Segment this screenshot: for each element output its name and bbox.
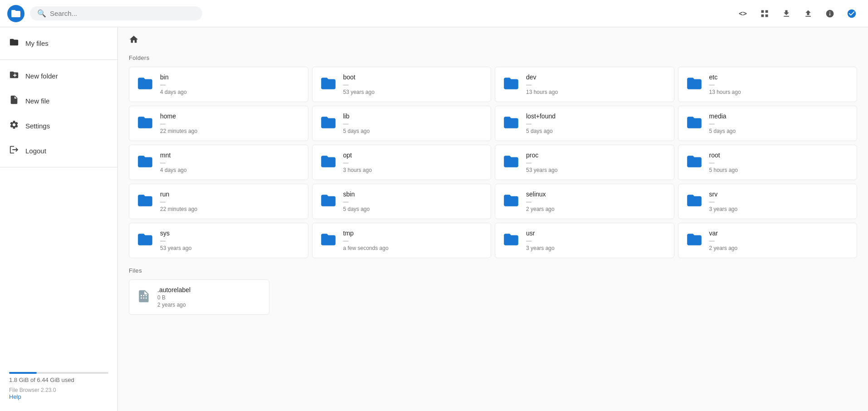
folder-card[interactable]: selinux — 2 years ago (495, 184, 674, 219)
folder-time: 5 hours ago (709, 167, 738, 173)
file-icon (137, 289, 151, 305)
folder-card[interactable]: var — 2 years ago (678, 223, 858, 258)
folder-card[interactable]: proc — 53 years ago (495, 145, 674, 180)
folder-info: sys — 53 years ago (160, 230, 191, 251)
folder-dash: — (709, 121, 736, 127)
folder-dash: — (343, 160, 372, 166)
folder-name: sys (160, 230, 191, 237)
folder-card[interactable]: lost+found — 5 days ago (495, 106, 674, 141)
folder-icon (137, 231, 154, 250)
folder-name: etc (709, 73, 741, 81)
folder-card[interactable]: mnt — 4 days ago (129, 145, 308, 180)
code-view-button[interactable]: <> (734, 5, 752, 23)
sidebar-item-logout[interactable]: Logout (0, 138, 117, 163)
main-layout: My files New folder New file (0, 27, 868, 411)
folder-card[interactable]: sys — 53 years ago (129, 223, 308, 258)
folder-name: srv (709, 191, 738, 198)
folder-time: 4 days ago (160, 167, 187, 173)
upload-button[interactable] (799, 5, 817, 23)
folder-icon (9, 37, 19, 49)
sidebar-item-settings[interactable]: Settings (0, 113, 117, 138)
file-name: .autorelabel (157, 286, 190, 294)
folder-card[interactable]: bin — 4 days ago (129, 67, 308, 102)
search-input[interactable] (50, 10, 195, 17)
folder-card[interactable]: dev — 13 hours ago (495, 67, 674, 102)
folder-dash: — (343, 238, 389, 244)
storage-bar-fill (9, 372, 37, 374)
folder-name: proc (526, 152, 557, 159)
folder-card[interactable]: lib — 5 days ago (312, 106, 492, 141)
folder-card[interactable]: run — 22 minutes ago (129, 184, 308, 219)
home-icon[interactable] (129, 34, 139, 47)
folder-name: var (709, 230, 738, 237)
folder-icon (502, 192, 520, 211)
search-bar: 🔍 (30, 6, 202, 20)
folder-name: usr (526, 230, 555, 237)
folder-name: home (160, 113, 197, 120)
folder-icon (502, 114, 520, 133)
folder-card[interactable]: opt — 3 hours ago (312, 145, 492, 180)
file-card[interactable]: .autorelabel 0 B 2 years ago (129, 279, 269, 315)
folder-dash: — (709, 238, 738, 244)
folder-dash: — (160, 82, 187, 88)
folder-time: a few seconds ago (343, 245, 389, 251)
folder-name: lib (343, 113, 370, 120)
folder-card[interactable]: root — 5 hours ago (678, 145, 858, 180)
folder-dash: — (709, 199, 738, 205)
folder-icon (686, 114, 703, 133)
folder-card[interactable]: home — 22 minutes ago (129, 106, 308, 141)
info-button[interactable] (821, 5, 839, 23)
folder-icon (502, 75, 520, 94)
folder-icon (320, 114, 337, 133)
file-size: 0 B (157, 294, 190, 301)
folder-icon (320, 192, 337, 211)
settings-icon (9, 120, 19, 132)
folder-info: lib — 5 days ago (343, 113, 370, 134)
content-area: Folders bin — 4 days ago boot (118, 27, 868, 411)
folder-icon (137, 153, 154, 172)
folder-card[interactable]: usr — 3 years ago (495, 223, 674, 258)
folder-card[interactable]: tmp — a few seconds ago (312, 223, 492, 258)
sidebar-item-label: Settings (25, 122, 50, 130)
folder-dash: — (709, 160, 738, 166)
grid-view-button[interactable] (756, 5, 774, 23)
folder-icon (320, 75, 337, 94)
folder-info: srv — 3 years ago (709, 191, 738, 212)
folder-icon (320, 153, 337, 172)
sidebar-item-new-file[interactable]: New file (0, 88, 117, 113)
search-icon: 🔍 (37, 9, 46, 18)
folder-card[interactable]: etc — 13 hours ago (678, 67, 858, 102)
folder-icon (686, 75, 703, 94)
topbar: 🔍 <> (0, 0, 868, 27)
folder-time: 22 minutes ago (160, 206, 197, 212)
folder-info: tmp — a few seconds ago (343, 230, 389, 251)
folder-info: selinux — 2 years ago (526, 191, 555, 212)
folder-name: boot (343, 73, 375, 81)
folder-name: mnt (160, 152, 187, 159)
download-button[interactable] (777, 5, 795, 23)
folder-time: 2 years ago (709, 245, 738, 251)
folder-dash: — (526, 160, 557, 166)
folder-dash: — (160, 121, 197, 127)
app-logo[interactable] (7, 5, 24, 22)
files-section-label: Files (129, 267, 857, 274)
folder-dash: — (343, 199, 370, 205)
folder-card[interactable]: media — 5 days ago (678, 106, 858, 141)
folder-name: sbin (343, 191, 370, 198)
file-time: 2 years ago (157, 302, 190, 308)
folder-card[interactable]: srv — 3 years ago (678, 184, 858, 219)
storage-label: 1.8 GiB of 6.44 GiB used (9, 377, 108, 383)
folder-info: run — 22 minutes ago (160, 191, 197, 212)
folder-card[interactable]: boot — 53 years ago (312, 67, 492, 102)
sidebar-item-my-files[interactable]: My files (0, 31, 117, 56)
folder-time: 53 years ago (343, 89, 375, 95)
folder-name: tmp (343, 230, 389, 237)
folder-grid: bin — 4 days ago boot — 53 years ago (129, 67, 857, 258)
folder-name: opt (343, 152, 372, 159)
folder-info: etc — 13 hours ago (709, 73, 741, 95)
help-link[interactable]: Help (9, 393, 108, 400)
confirm-button[interactable] (843, 5, 861, 23)
folder-card[interactable]: sbin — 5 days ago (312, 184, 492, 219)
folder-dash: — (160, 238, 191, 244)
sidebar-item-new-folder[interactable]: New folder (0, 64, 117, 88)
